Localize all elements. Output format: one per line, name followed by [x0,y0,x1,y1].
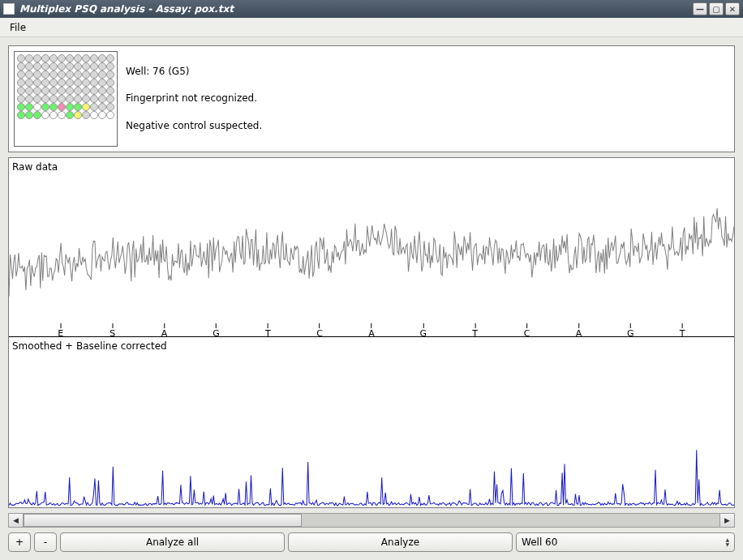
well-37[interactable] [25,79,33,87]
well-10[interactable] [98,54,106,62]
well-34[interactable] [98,71,106,79]
well-82[interactable] [98,103,106,111]
well-7[interactable] [74,54,82,62]
well-52[interactable] [49,87,58,95]
well-65[interactable] [58,95,66,103]
well-95[interactable] [106,111,114,119]
well-17[interactable] [58,62,66,71]
analyze-all-button[interactable]: Analyze all [60,532,285,552]
well-36[interactable] [17,79,25,87]
well-48[interactable] [17,87,25,95]
well-21[interactable] [90,62,98,71]
well-61[interactable] [25,95,33,103]
scroll-thumb[interactable] [24,514,302,527]
well-60[interactable] [17,95,25,103]
well-33[interactable] [90,71,98,79]
well-69[interactable] [90,95,98,103]
well-13[interactable] [25,62,33,71]
well-64[interactable] [49,95,58,103]
well-20[interactable] [82,62,90,71]
well-76[interactable] [49,103,58,111]
well-86[interactable] [33,111,41,119]
chart-scrollbar[interactable]: ◀ ▶ [8,513,735,528]
well-4[interactable] [49,54,58,62]
well-73[interactable] [25,103,33,111]
well-50[interactable] [33,87,41,95]
well-19[interactable] [74,62,82,71]
well-67[interactable] [74,95,82,103]
scroll-track[interactable] [24,514,719,527]
well-12[interactable] [17,62,25,71]
well-72[interactable] [17,103,25,111]
well-45[interactable] [90,79,98,87]
well-75[interactable] [41,103,49,111]
well-62[interactable] [33,95,41,103]
well-6[interactable] [66,54,74,62]
well-23[interactable] [106,62,114,71]
well-59[interactable] [106,87,114,95]
well-39[interactable] [41,79,49,87]
well-88[interactable] [49,111,58,119]
well-25[interactable] [25,71,33,79]
well-53[interactable] [58,87,66,95]
well-47[interactable] [106,79,114,87]
well-80[interactable] [82,103,90,111]
scroll-right-button[interactable]: ▶ [719,514,734,527]
well-70[interactable] [98,95,106,103]
well-42[interactable] [66,79,74,87]
well-91[interactable] [74,111,82,119]
well-1[interactable] [25,54,33,62]
well-41[interactable] [58,79,66,87]
scroll-left-button[interactable]: ◀ [9,514,24,527]
well-55[interactable] [74,87,82,95]
well-30[interactable] [66,71,74,79]
well-43[interactable] [74,79,82,87]
well-18[interactable] [66,62,74,71]
well-46[interactable] [98,79,106,87]
well-26[interactable] [33,71,41,79]
well-78[interactable] [66,103,74,111]
well-81[interactable] [90,103,98,111]
well-11[interactable] [106,54,114,62]
well-selector[interactable]: Well 60 ▲▼ [516,532,735,552]
well-27[interactable] [41,71,49,79]
well-35[interactable] [106,71,114,79]
well-22[interactable] [98,62,106,71]
well-63[interactable] [41,95,49,103]
well-83[interactable] [106,103,114,111]
well-31[interactable] [74,71,82,79]
well-16[interactable] [49,62,58,71]
well-9[interactable] [90,54,98,62]
well-5[interactable] [58,54,66,62]
well-8[interactable] [82,54,90,62]
well-92[interactable] [82,111,90,119]
well-plate[interactable] [14,51,118,147]
well-51[interactable] [41,87,49,95]
well-66[interactable] [66,95,74,103]
well-57[interactable] [90,87,98,95]
well-38[interactable] [33,79,41,87]
well-84[interactable] [17,111,25,119]
close-button[interactable]: ✕ [725,2,740,15]
well-3[interactable] [41,54,49,62]
well-77[interactable] [58,103,66,111]
well-56[interactable] [82,87,90,95]
well-29[interactable] [58,71,66,79]
well-87[interactable] [41,111,49,119]
well-68[interactable] [82,95,90,103]
analyze-button[interactable]: Analyze [288,532,513,552]
menu-file[interactable]: File [5,20,31,35]
well-85[interactable] [25,111,33,119]
well-24[interactable] [17,71,25,79]
well-2[interactable] [33,54,41,62]
well-49[interactable] [25,87,33,95]
minimize-button[interactable]: — [693,2,707,15]
well-28[interactable] [49,71,58,79]
well-93[interactable] [90,111,98,119]
maximize-button[interactable]: ▢ [709,2,724,15]
well-79[interactable] [74,103,82,111]
zoom-in-button[interactable]: + [8,532,31,552]
well-40[interactable] [49,79,58,87]
well-71[interactable] [106,95,114,103]
well-90[interactable] [66,111,74,119]
